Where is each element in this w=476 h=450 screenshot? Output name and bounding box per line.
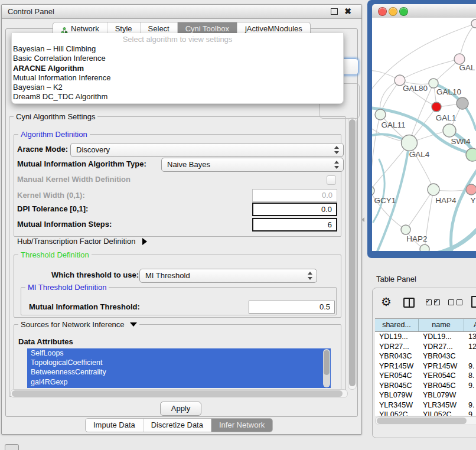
- aracne-mode-label: Aracne Mode:: [17, 145, 68, 154]
- network-node[interactable]: [457, 97, 468, 109]
- hub-section-label: Hub/Transcription Factor Definition: [17, 237, 135, 246]
- attribute-item-selfloops[interactable]: SelfLoops: [27, 348, 331, 358]
- network-node-gal1[interactable]: [432, 102, 441, 112]
- table-cell: 9.: [464, 361, 476, 371]
- document-icon[interactable]: [471, 296, 476, 308]
- network-window-titlebar[interactable]: [372, 4, 476, 18]
- expanded-arrow-icon[interactable]: [130, 322, 137, 327]
- table-row[interactable]: YLR345WYLR345W9.: [375, 400, 476, 410]
- splitter-grip[interactable]: [361, 217, 364, 222]
- node-label-gal11: GAL11: [381, 120, 405, 129]
- network-node-swi4[interactable]: [443, 124, 456, 137]
- algorithm-option-mutual-information-inference[interactable]: Mutual Information Inference: [12, 73, 343, 83]
- algorithm-option-basic-correlation-inference[interactable]: Basic Correlation Inference: [12, 54, 343, 63]
- table-row[interactable]: YPR145WYPR145W9.: [375, 361, 476, 371]
- zoom-window-button[interactable]: [399, 7, 408, 16]
- table-row[interactable]: YDR27...YDR27...12: [375, 342, 476, 352]
- table-cell: YDL19...: [419, 332, 464, 342]
- attribute-item-betweennesscentrality[interactable]: BetweennessCentrality: [27, 367, 331, 377]
- close-window-button[interactable]: [378, 7, 387, 16]
- manual-kernel-width-label: Manual Kernel Width Definition: [17, 175, 131, 184]
- mi-threshold-field[interactable]: 0.5: [249, 301, 335, 314]
- control-panel-titlebar[interactable]: Control Panel ✖: [2, 5, 361, 19]
- gear-icon[interactable]: ⚙: [381, 295, 392, 308]
- kernel-width-label: Kernel Width (0,1):: [17, 191, 85, 200]
- table-row[interactable]: YBL079WYBL079W: [375, 390, 476, 400]
- float-window-button[interactable]: [331, 8, 338, 15]
- network-node[interactable]: [471, 19, 476, 28]
- column-header-shared-[interactable]: shared...: [375, 319, 419, 331]
- tab-discretize-data[interactable]: Discretize Data: [143, 419, 211, 432]
- attributes-scrollbar[interactable]: [323, 349, 330, 387]
- network-view-window[interactable]: GALGAL80GAL10GAL1GAL11SWI4GAL4GCY1HAP4YH…: [367, 0, 476, 258]
- mi-algorithm-type-combobox[interactable]: Naive Bayes: [161, 158, 344, 172]
- network-node-gal11[interactable]: [375, 109, 386, 120]
- table-cell: YLR345W: [419, 400, 464, 410]
- settings-vertical-scrollbar[interactable]: [348, 118, 357, 390]
- close-panel-button[interactable]: ✖: [344, 6, 351, 16]
- table-horizontal-scrollbar-thumb[interactable]: [377, 418, 467, 424]
- attribute-item-topologicalcoefficient[interactable]: TopologicalCoefficient: [27, 358, 331, 367]
- node-attribute-table: shared...nameA YDL19...YDL19...13YDR27..…: [375, 318, 476, 416]
- settings-horizontal-scrollbar-thumb[interactable]: [12, 390, 343, 397]
- table-cell: YDR27...: [375, 342, 419, 352]
- which-threshold-label: Which threshold to use:: [51, 270, 139, 280]
- hub-transcription-factor-section[interactable]: Hub/Transcription Factor Definition: [17, 237, 147, 246]
- minimized-widget-button[interactable]: [5, 444, 19, 450]
- collapsed-arrow-icon[interactable]: [142, 238, 147, 245]
- checked-box-icon: [426, 299, 432, 305]
- algorithm-option-bayesian-k2[interactable]: Bayesian – K2: [12, 83, 343, 92]
- data-attributes-list[interactable]: SelfLoopsTopologicalCoefficientBetweenne…: [27, 348, 331, 388]
- data-attributes-label: Data Attributes: [18, 337, 73, 347]
- network-icon: [61, 25, 68, 32]
- column-header-name[interactable]: name: [419, 319, 464, 331]
- network-node-hap2[interactable]: [401, 225, 410, 234]
- table-row[interactable]: YER054CYER054C8.: [375, 371, 476, 381]
- network-node[interactable]: [420, 244, 429, 251]
- algorithm-option-bayesian-hill-climbing[interactable]: Bayesian – Hill Climbing: [12, 44, 343, 54]
- algorithm-definition-title: Algorithm Definition: [18, 130, 90, 139]
- columns-icon[interactable]: [403, 298, 415, 308]
- tab-impute-data[interactable]: Impute Data: [86, 419, 143, 432]
- column-header-a[interactable]: A: [464, 319, 476, 331]
- network-node-hap4[interactable]: [428, 184, 439, 195]
- minimize-window-button[interactable]: [389, 7, 397, 16]
- table-row[interactable]: YBR045CYBR045C9.: [375, 381, 476, 391]
- network-node-gal4[interactable]: [402, 135, 418, 151]
- table-horizontal-scrollbar[interactable]: [375, 416, 476, 425]
- mi-steps-field[interactable]: 6: [252, 218, 337, 231]
- network-node-gcy1[interactable]: [372, 186, 374, 195]
- table-row[interactable]: YBR043CYBR043C: [375, 351, 476, 361]
- select-all-columns-icon[interactable]: [426, 299, 440, 305]
- network-edge: [372, 107, 476, 156]
- network-edge: [406, 190, 433, 230]
- apply-button[interactable]: Apply: [160, 402, 201, 416]
- node-label-gal1: GAL1: [436, 113, 457, 122]
- network-node-gal10[interactable]: [429, 79, 438, 88]
- network-graph: GALGAL80GAL10GAL1GAL11SWI4GAL4GCY1HAP4YH…: [372, 18, 476, 251]
- table-cell: [464, 390, 476, 400]
- table-row[interactable]: YIL052CYIL052C9.: [375, 410, 476, 416]
- tab-infer-network[interactable]: Infer Network: [211, 419, 272, 432]
- attributes-scrollbar-thumb[interactable]: [324, 350, 330, 375]
- settings-vertical-scrollbar-thumb[interactable]: [349, 119, 356, 386]
- network-node-y[interactable]: [466, 184, 476, 195]
- which-threshold-combobox[interactable]: MI Threshold: [139, 269, 317, 283]
- algorithm-option-aracne-algorithm[interactable]: ARACNE Algorithm: [12, 64, 343, 73]
- table-cell: YER054C: [419, 371, 464, 381]
- attribute-item-gal4rgexp[interactable]: gal4RGexp: [27, 377, 331, 387]
- settings-horizontal-scrollbar[interactable]: [10, 389, 348, 398]
- table-row[interactable]: YDL19...YDL19...13: [375, 332, 476, 342]
- network-node[interactable]: [466, 148, 476, 161]
- kernel-width-field[interactable]: 0.0: [252, 189, 337, 202]
- network-edge: [400, 59, 459, 80]
- dpi-tolerance-field[interactable]: 0.0: [252, 203, 337, 216]
- manual-kernel-width-checkbox[interactable]: [327, 175, 336, 185]
- table-cell: YDR27...: [419, 342, 464, 352]
- threshold-definition-title: Threshold Definition: [18, 250, 92, 259]
- network-canvas[interactable]: GALGAL80GAL10GAL1GAL11SWI4GAL4GCY1HAP4YH…: [372, 18, 476, 251]
- algorithm-dropdown-popup: Select algorithm to view settings Bayesi…: [11, 33, 344, 104]
- deselect-all-columns-icon[interactable]: [448, 299, 462, 305]
- aracne-mode-combobox[interactable]: Discovery: [70, 143, 344, 157]
- algorithm-option-dream8-dc-tdc-algorithm[interactable]: Dream8 DC_TDC Algorithm: [12, 92, 343, 102]
